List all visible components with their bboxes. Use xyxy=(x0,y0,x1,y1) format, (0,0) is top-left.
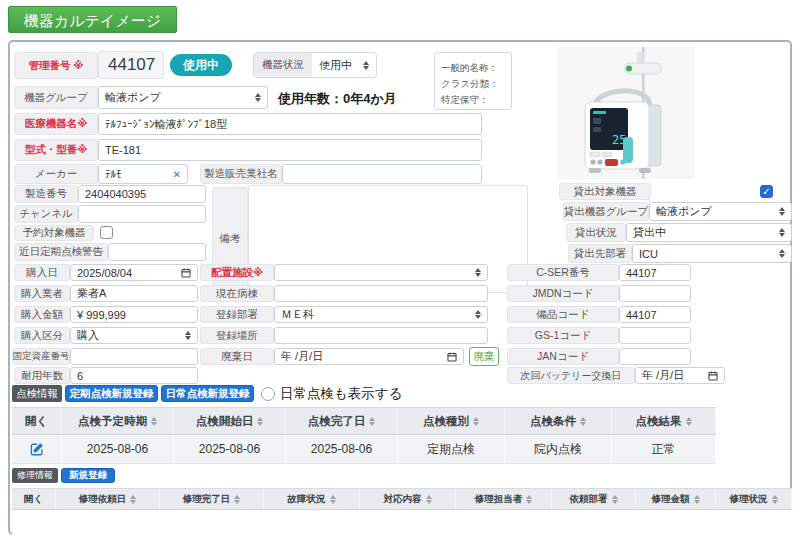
col-action[interactable]: 対応内容 xyxy=(360,489,456,509)
item-code-field[interactable]: 44107 xyxy=(619,306,691,323)
seller-field[interactable] xyxy=(282,164,482,184)
lending-status-select[interactable]: 貸出中 xyxy=(626,223,792,242)
inspection-table-header: 開く 点検予定時期 点検開始日 点検完了日 点検種別 点検条件 点検結果 xyxy=(12,407,716,435)
page-title: 機器カルテイメージ xyxy=(8,6,177,33)
col-staff[interactable]: 修理担当者 xyxy=(456,489,552,509)
dispose-button[interactable]: 廃棄 xyxy=(469,347,499,366)
lending-group-select[interactable]: 輸液ポンプ xyxy=(649,202,792,221)
col-cost[interactable]: 修理金額 xyxy=(636,489,716,509)
reg-department-select[interactable]: ＭＥ科 xyxy=(274,306,488,323)
purchase-date-field[interactable]: 2025/08/04 xyxy=(70,264,198,281)
disposal-date-value: 年 /月/日 xyxy=(281,349,323,364)
lending-target-checkbox[interactable]: ✓ xyxy=(760,185,773,198)
col-condition[interactable]: 点検条件 xyxy=(505,408,612,434)
lending-department-label: 貸出先部署 xyxy=(568,244,632,263)
asset-no-field[interactable] xyxy=(70,348,198,365)
maker-field[interactable]: ﾃﾙﾓ ✕ xyxy=(98,164,188,184)
jmdn-label: JMDNコード xyxy=(507,285,619,302)
sort-icon xyxy=(369,417,375,426)
repair-table-header: 開く 修理依頼日 修理完了日 故障状況 対応内容 修理担当者 依頼部署 修理金額… xyxy=(12,488,792,510)
group-select[interactable]: 輸液ポンプ xyxy=(98,86,268,109)
classification-info-box: 一般的名称： クラス分類： 特定保守： xyxy=(434,52,512,110)
sort-icon xyxy=(612,495,618,504)
repair-info-badge: 修理情報 xyxy=(12,468,58,483)
sort-icon xyxy=(330,495,336,504)
calendar-icon xyxy=(181,268,191,278)
daily-inspection-register-button[interactable]: 日常点検新規登録 xyxy=(161,385,254,402)
purchase-date-value: 2025/08/04 xyxy=(77,267,132,279)
sort-icon xyxy=(694,495,700,504)
jmdn-field[interactable] xyxy=(619,285,691,302)
model-field[interactable]: TE-181 xyxy=(98,139,482,161)
device-name-field[interactable]: ﾃﾙﾌｭｰｼﾞｮﾝ輸液ﾎﾟﾝﾌﾟ18型 xyxy=(98,113,482,135)
seller-label: 製造販売業社名 xyxy=(200,164,282,184)
group-label: 機器グループ xyxy=(14,86,98,109)
cell-condition: 院内点検 xyxy=(505,435,612,463)
lending-department-select[interactable]: ICU xyxy=(632,244,792,263)
calendar-icon xyxy=(708,371,718,381)
reg-department-label: 登録部署 xyxy=(200,306,274,323)
category-value: 購入 xyxy=(77,328,99,343)
show-daily-label: 日常点検も表示する xyxy=(280,385,402,403)
serial-field[interactable]: 2404040395 xyxy=(78,185,206,203)
ward-field[interactable] xyxy=(274,285,488,302)
jan-field[interactable] xyxy=(619,348,691,365)
col-fault[interactable]: 故障状況 xyxy=(264,489,360,509)
battery-date-value: 年 /月/日 xyxy=(642,368,684,383)
col-done-date[interactable]: 修理完了日 xyxy=(160,489,264,509)
category-select[interactable]: 購入 xyxy=(70,327,198,344)
sort-icon xyxy=(526,495,532,504)
maker-label: メーカー xyxy=(14,164,98,184)
model-label: 型式・型番※ xyxy=(14,139,98,161)
sort-icon xyxy=(151,417,157,426)
service-years-field[interactable]: 6 xyxy=(70,367,198,384)
vendor-field[interactable]: 業者A xyxy=(70,285,198,302)
inspection-warning-field[interactable] xyxy=(108,243,206,261)
col-type[interactable]: 点検種別 xyxy=(398,408,505,434)
select-arrows-icon xyxy=(475,268,481,277)
cell-end: 2025-08-06 xyxy=(286,435,398,463)
lending-group-value: 輸液ポンプ xyxy=(656,204,712,219)
device-status-select[interactable]: 使用中 xyxy=(312,53,376,77)
item-code-label: 備品コード xyxy=(507,306,619,323)
control-no-field[interactable]: 44107 xyxy=(98,51,164,79)
col-open: 開く xyxy=(12,408,62,434)
facility-select[interactable] xyxy=(274,264,488,281)
cser-field[interactable]: 44107 xyxy=(619,264,691,281)
inspection-table: 開く 点検予定時期 点検開始日 点検完了日 点検種別 点検条件 点検結果 202… xyxy=(12,407,716,464)
col-request-date[interactable]: 修理依頼日 xyxy=(56,489,160,509)
reservation-checkbox[interactable] xyxy=(100,226,113,239)
show-daily-checkbox[interactable] xyxy=(261,387,275,401)
col-end[interactable]: 点検完了日 xyxy=(286,408,398,434)
periodic-inspection-register-button[interactable]: 定期点検新規登録 xyxy=(65,385,158,402)
select-arrows-icon xyxy=(475,310,481,319)
sort-icon xyxy=(257,417,263,426)
inspection-table-row: 2025-08-06 2025-08-06 2025-08-06 定期点検 院内… xyxy=(12,435,716,464)
clear-icon[interactable]: ✕ xyxy=(173,169,181,180)
battery-date-label: 次回バッテリー交換日 xyxy=(507,367,635,384)
cell-scheduled: 2025-08-06 xyxy=(62,435,174,463)
amount-field[interactable]: ¥ 999,999 xyxy=(70,306,198,323)
battery-date-field[interactable]: 年 /月/日 xyxy=(635,367,725,384)
disposal-date-field[interactable]: 年 /月/日 xyxy=(274,348,464,365)
col-department[interactable]: 依頼部署 xyxy=(552,489,636,509)
reg-place-label: 登録場所 xyxy=(200,327,274,344)
channel-field[interactable] xyxy=(78,205,206,223)
control-no-label: 管理番号 ※ xyxy=(14,52,98,79)
class-line: クラス分類： xyxy=(441,76,505,92)
col-scheduled[interactable]: 点検予定時期 xyxy=(62,408,174,434)
channel-label: チャンネル xyxy=(14,205,78,223)
sort-icon xyxy=(473,417,479,426)
gs1-field[interactable] xyxy=(619,327,691,344)
col-result[interactable]: 点検結果 xyxy=(612,408,716,434)
lending-status-label: 貸出状況 xyxy=(566,223,626,242)
device-name-label: 医療機器名※ xyxy=(14,113,98,135)
col-start[interactable]: 点検開始日 xyxy=(174,408,286,434)
device-status-label: 機器状況 xyxy=(254,53,312,77)
maker-value: ﾃﾙﾓ xyxy=(105,168,122,180)
repair-new-register-button[interactable]: 新規登録 xyxy=(61,468,115,483)
col-status[interactable]: 修理状況 xyxy=(716,489,792,509)
reg-place-field[interactable] xyxy=(274,327,488,344)
inspection-warning-label: 近日定期点検警告 xyxy=(14,243,108,261)
open-record-button[interactable] xyxy=(12,435,62,463)
